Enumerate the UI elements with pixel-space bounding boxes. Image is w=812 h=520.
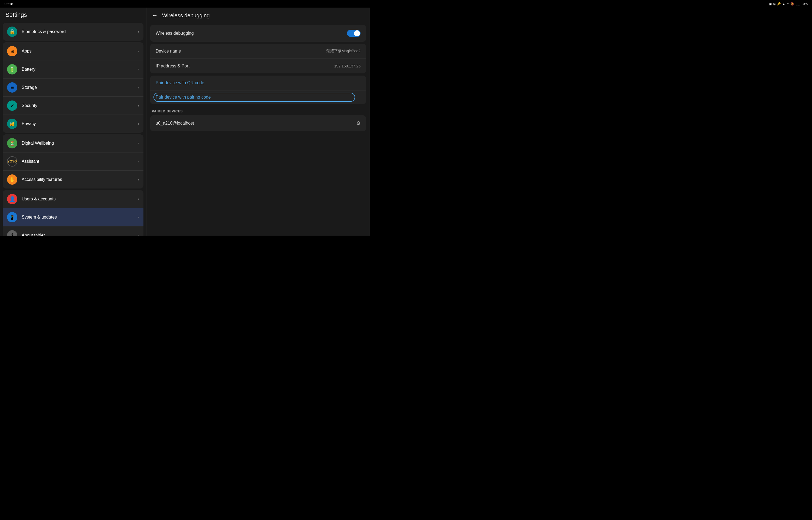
main-layout: Settings 🔒 Biometrics & password › ⊞ App… bbox=[0, 0, 370, 236]
wireless-debugging-toggle-row: Wireless debugging bbox=[150, 25, 366, 42]
battery-label: Battery bbox=[22, 67, 138, 72]
biometrics-chevron: › bbox=[138, 29, 139, 34]
device-name-label: Device name bbox=[156, 49, 327, 54]
device-name-value: 荣耀平板MagicPad2 bbox=[327, 49, 361, 54]
biometrics-icon: 🔒 bbox=[7, 27, 17, 37]
apps-label: Apps bbox=[22, 49, 138, 54]
assistant-chevron: › bbox=[138, 159, 139, 164]
settings-group-main: ⊞ Apps › 🔋 Battery › ☰ Storage › ✔ Secur… bbox=[3, 42, 143, 133]
ip-address-label: IP address & Port bbox=[156, 63, 334, 69]
status-time: 22:18 bbox=[4, 2, 13, 6]
digital-wellbeing-chevron: › bbox=[138, 141, 139, 146]
wireless-debugging-toggle[interactable] bbox=[347, 30, 361, 37]
users-icon: 👤 bbox=[7, 194, 17, 204]
sidebar-item-security[interactable]: ✔ Security › bbox=[3, 97, 143, 115]
privacy-chevron: › bbox=[138, 121, 139, 126]
ip-address-row: IP address & Port 192.168.137.25 bbox=[150, 59, 366, 73]
system-chevron: › bbox=[138, 215, 139, 219]
apps-chevron: › bbox=[138, 49, 139, 54]
sidebar-item-assistant[interactable]: YOYO Assistant › bbox=[3, 153, 143, 171]
sidebar-item-storage[interactable]: ☰ Storage › bbox=[3, 79, 143, 97]
battery-chevron: › bbox=[138, 67, 139, 72]
sidebar-item-biometrics[interactable]: 🔒 Biometrics & password › bbox=[3, 23, 143, 41]
sidebar-item-about-tablet[interactable]: ℹ About tablet › bbox=[3, 227, 143, 236]
pair-code-container: Pair device with pairing code bbox=[150, 90, 366, 104]
wireless-debugging-label: Wireless debugging bbox=[156, 31, 347, 36]
security-chevron: › bbox=[138, 103, 139, 108]
security-icon: ✔ bbox=[7, 101, 17, 111]
storage-icon: ☰ bbox=[7, 82, 17, 93]
users-label: Users & accounts bbox=[22, 197, 138, 202]
storage-chevron: › bbox=[138, 85, 139, 90]
back-button[interactable]: ← bbox=[152, 12, 158, 19]
device-name-row: Device name 荣耀平板MagicPad2 bbox=[150, 44, 366, 59]
assistant-label: Assistant bbox=[22, 159, 138, 164]
users-chevron: › bbox=[138, 197, 139, 202]
biometrics-label: Biometrics & password bbox=[22, 29, 138, 34]
accessibility-label: Accessibility features bbox=[22, 177, 138, 182]
ip-address-value: 192.168.137.25 bbox=[334, 64, 361, 68]
status-bar: 22:18 ▣ ◎ 🔑 ▲ ✶ 🔕 ((·)) 98% bbox=[0, 0, 370, 7]
paired-device-name: u0_a210@localhost bbox=[156, 121, 356, 126]
gear-icon[interactable]: ⚙ bbox=[356, 120, 361, 126]
apps-icon: ⊞ bbox=[7, 46, 17, 56]
assistant-icon: YOYO bbox=[7, 156, 17, 166]
debug-panel: ← Wireless debugging Wireless debugging … bbox=[146, 7, 370, 236]
sidebar-item-digital-wellbeing[interactable]: ⏳ Digital Wellbeing › bbox=[3, 134, 143, 153]
sidebar-item-users-accounts[interactable]: 👤 Users & accounts › bbox=[3, 190, 143, 208]
digital-wellbeing-label: Digital Wellbeing bbox=[22, 141, 138, 146]
device-info-section: Device name 荣耀平板MagicPad2 IP address & P… bbox=[150, 44, 366, 73]
settings-title: Settings bbox=[0, 7, 146, 21]
system-label: System & updates bbox=[22, 215, 138, 219]
sidebar-item-apps[interactable]: ⊞ Apps › bbox=[3, 42, 143, 60]
sidebar-item-accessibility[interactable]: ✋ Accessibility features › bbox=[3, 171, 143, 188]
sidebar-item-system-updates[interactable]: 📱 System & updates › bbox=[3, 208, 143, 227]
storage-label: Storage bbox=[22, 85, 138, 90]
digital-wellbeing-icon: ⏳ bbox=[7, 138, 17, 149]
sidebar-item-privacy[interactable]: 🔐 Privacy › bbox=[3, 115, 143, 133]
settings-group-system: 👤 Users & accounts › 📱 System & updates … bbox=[3, 190, 143, 236]
privacy-icon: 🔐 bbox=[7, 119, 17, 129]
debug-title: Wireless debugging bbox=[162, 12, 210, 19]
accessibility-icon: ✋ bbox=[7, 175, 17, 185]
wireless-debugging-section: Wireless debugging bbox=[150, 25, 366, 42]
paired-devices-label: PAIRED DEVICES bbox=[146, 106, 370, 115]
accessibility-chevron: › bbox=[138, 177, 139, 182]
about-label: About tablet bbox=[22, 233, 138, 236]
security-label: Security bbox=[22, 103, 138, 108]
settings-panel: Settings 🔒 Biometrics & password › ⊞ App… bbox=[0, 7, 146, 236]
debug-header: ← Wireless debugging bbox=[146, 7, 370, 23]
privacy-label: Privacy bbox=[22, 121, 138, 126]
paired-device-row: u0_a210@localhost ⚙ bbox=[150, 115, 366, 131]
sidebar-item-battery[interactable]: 🔋 Battery › bbox=[3, 60, 143, 79]
settings-group-wellbeing: ⏳ Digital Wellbeing › YOYO Assistant › ✋… bbox=[3, 134, 143, 188]
pair-options-section: Pair device with QR code Pair device wit… bbox=[150, 76, 366, 104]
system-icon: 📱 bbox=[7, 212, 17, 223]
settings-group-biometrics: 🔒 Biometrics & password › bbox=[3, 23, 143, 41]
about-chevron: › bbox=[138, 233, 139, 236]
battery-icon: 🔋 bbox=[7, 64, 17, 75]
about-icon: ℹ bbox=[7, 230, 17, 236]
pair-qr-link[interactable]: Pair device with QR code bbox=[150, 76, 366, 90]
pair-code-link[interactable]: Pair device with pairing code bbox=[150, 90, 366, 104]
